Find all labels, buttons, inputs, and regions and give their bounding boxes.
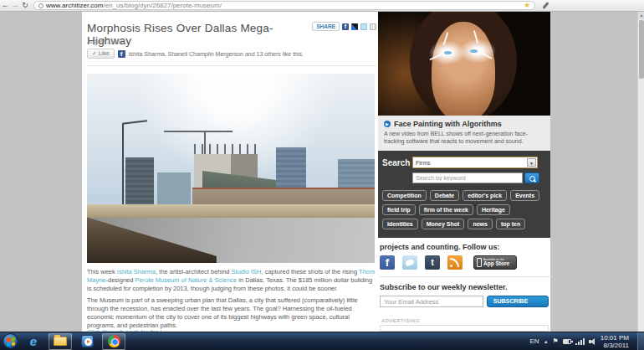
like-button[interactable]: ✓ Like (87, 49, 115, 59)
site-icon (38, 3, 43, 8)
article: Morphosis Rises Over Dallas Mega-Highway… (87, 12, 376, 332)
rss-icon[interactable] (447, 255, 463, 270)
link-perote-museum[interactable]: Perote Museum of Nature & Science (135, 276, 238, 284)
paragraph-2: The Museum is part of a sweeping urban p… (87, 296, 376, 330)
start-button[interactable] (3, 333, 18, 349)
paragraph-1: This week Ishita Sharma, the artist-arch… (87, 268, 376, 293)
language-indicator[interactable]: EN (530, 337, 539, 345)
hidden-icons-chevron[interactable]: ▲ (544, 339, 549, 344)
phone-icon (477, 258, 482, 267)
face (432, 22, 495, 116)
taskbar-media-player[interactable] (75, 333, 99, 350)
street-lamp (122, 124, 124, 208)
battery-icon[interactable] (563, 339, 571, 344)
search-input[interactable] (412, 172, 523, 183)
article-date: August 3, 2011 (87, 39, 126, 44)
facebook-share-icon[interactable]: f (342, 23, 349, 30)
taskbar-windows-explorer[interactable] (49, 333, 72, 350)
tag-events[interactable]: Events (510, 190, 539, 201)
more-share-icon[interactable] (370, 23, 376, 30)
system-tray: EN ▲ ⚑ 10:01 PM 8/3/2011 (530, 332, 644, 350)
mid-building (157, 172, 191, 208)
bookmark-star-icon[interactable]: ★ (524, 2, 530, 9)
twitter-icon[interactable] (402, 255, 417, 270)
search-magnifier-button[interactable] (524, 172, 539, 183)
search-category-dropdown[interactable]: Firms ▼ (412, 157, 538, 168)
tag-editors-pick[interactable]: editor's pick (463, 190, 507, 201)
tag-debate[interactable]: Debate (430, 190, 459, 201)
tag-firm-of-the-week[interactable]: firm of the week (419, 204, 473, 215)
social-icons: f t Available on the App Store (380, 255, 549, 270)
share-button[interactable]: SHARE (312, 22, 340, 31)
crane (164, 131, 233, 132)
chevron-down-icon[interactable]: ▼ (527, 158, 536, 167)
delicious-share-icon[interactable] (351, 23, 358, 30)
concrete-barrier (87, 204, 375, 218)
feature-title[interactable]: Face Painting with Algorithms (394, 120, 502, 128)
follow-section: projects and counting. Follow us: f t Av… (378, 238, 550, 282)
advertising-label: ADVERTISING (381, 318, 420, 323)
speaker-icon[interactable] (589, 338, 596, 345)
reload-button[interactable]: ↻ (20, 0, 30, 11)
divider (380, 276, 552, 277)
eye-left (444, 51, 452, 54)
browser-menu-wrench-icon[interactable] (542, 2, 549, 9)
twitter-share-icon[interactable] (360, 23, 367, 30)
internet-explorer-icon: e (30, 334, 37, 349)
left-tower (125, 157, 154, 208)
like-row: ✓ Like f Ishita Sharma, Shanell Champlin… (87, 49, 304, 59)
scroll-up-arrow[interactable]: ▲ (638, 12, 644, 19)
windows-logo-icon (7, 337, 15, 346)
search-widget: Search Firms ▼ Competition Debate editor… (378, 151, 550, 238)
app-store-badge[interactable]: Available on the App Store (473, 255, 517, 270)
back-button[interactable]: ← (0, 0, 10, 11)
taskbar-chrome[interactable] (102, 333, 125, 350)
share-group: SHARE f (312, 22, 376, 31)
clock[interactable]: 10:01 PM 8/3/2011 (601, 334, 631, 349)
link-studio-ish[interactable]: Studio ISH (232, 268, 262, 275)
action-center-flag-icon[interactable]: ⚑ (553, 337, 559, 345)
tag-money-shot[interactable]: Money Shot (422, 219, 465, 229)
newsletter-section: Subscribe to our weekly newsletter. SUBS… (378, 281, 550, 309)
tag-top-ten[interactable]: top ten (496, 219, 525, 229)
browser-toolbar: ← → ↻ www.architizer.com/en_us/blog/dyn/… (0, 0, 644, 12)
divider (87, 65, 376, 66)
eye-right (470, 49, 478, 53)
taskbar-internet-explorer[interactable]: e (22, 333, 45, 350)
facebook-like-icon: f (118, 50, 125, 58)
tray-date: 8/3/2011 (601, 342, 629, 349)
tag-list: Competition Debate editor's pick Events … (382, 190, 546, 229)
search-label: Search (382, 158, 412, 167)
url-path: /en_us/blog/dyn/26827/perote-museum/ (103, 2, 221, 9)
selected-category: Firms (416, 160, 431, 166)
content-panel: Morphosis Rises Over Dallas Mega-Highway… (82, 12, 550, 332)
media-player-icon (81, 335, 94, 347)
tag-heritage[interactable]: Heritage (477, 204, 510, 215)
subscribe-button[interactable]: SUBSCRIBE NOW (487, 296, 549, 307)
link-ishita-sharma[interactable]: Ishita Sharma (117, 268, 156, 275)
facebook-icon[interactable]: f (380, 255, 395, 270)
forward-button[interactable]: → (10, 0, 20, 11)
tag-identities[interactable]: Identities (382, 219, 418, 229)
tumblr-icon[interactable]: t (425, 255, 440, 270)
tag-news[interactable]: news (468, 219, 493, 229)
feature-description: A new video from BELL shows off next-gen… (384, 130, 544, 145)
video-thumbnail[interactable] (378, 12, 550, 116)
tag-competition[interactable]: Competition (382, 190, 427, 201)
article-header: Morphosis Rises Over Dallas Mega-Highway… (87, 22, 376, 47)
url-domain: www.architizer.com (46, 2, 103, 9)
scrollbar[interactable]: ▲ (637, 12, 644, 332)
tag-field-trip[interactable]: field trip (382, 204, 416, 215)
folder-icon (54, 337, 67, 346)
newsletter-heading: Subscribe to our weekly newsletter. (380, 283, 549, 291)
show-desktop-button[interactable] (637, 332, 644, 350)
feature-story: ▶ Face Painting with Algorithms A new vi… (378, 116, 550, 151)
email-field[interactable] (380, 296, 483, 307)
web-page: Morphosis Rises Over Dallas Mega-Highway… (0, 12, 637, 332)
address-bar[interactable]: www.architizer.com/en_us/blog/dyn/26827/… (33, 1, 535, 10)
tray-time: 10:01 PM (601, 334, 629, 342)
windows-taskbar: e EN ▲ ⚑ 10:01 PM 8/3/2011 (0, 332, 644, 350)
ad-placeholder (380, 325, 549, 332)
scrollbar-thumb[interactable] (639, 20, 644, 79)
network-signal-icon[interactable] (575, 338, 585, 345)
